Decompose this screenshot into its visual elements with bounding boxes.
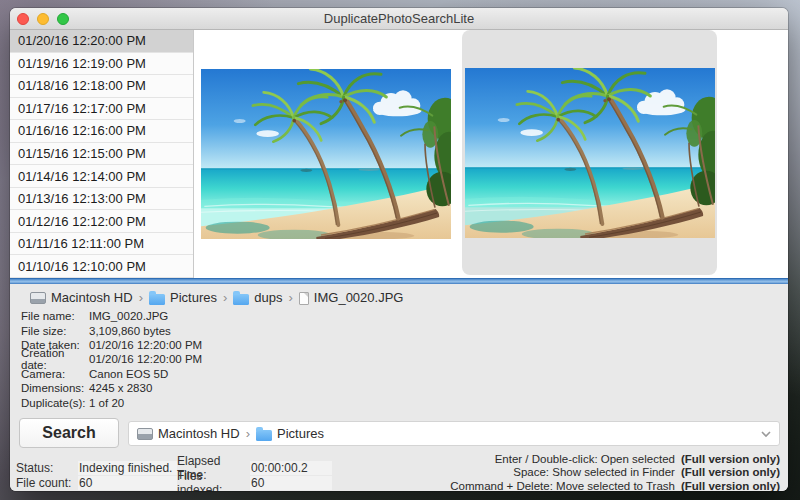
folder-icon [233, 294, 249, 305]
breadcrumb-item-file[interactable]: IMG_0020.JPG [299, 290, 404, 305]
breadcrumb-label: Macintosh HD [51, 290, 133, 305]
list-item-date[interactable]: 01/18/16 12:18:00 PM [10, 75, 193, 98]
shortcut-text: Command + Delete: Move selected to Trash [450, 480, 675, 491]
info-row-creation-date: Creation date: 01/20/16 12:20:00 PM [21, 352, 202, 366]
list-item-date[interactable]: 01/16/16 12:16:00 PM [10, 120, 193, 143]
list-item-date[interactable]: 01/14/16 12:14:00 PM [10, 165, 193, 188]
duplicate-groups-list: 01/20/16 12:20:00 PM 01/19/16 12:19:00 P… [10, 30, 194, 278]
details-pane: Macintosh HD › Pictures › dups › IMG_002… [10, 284, 788, 491]
breadcrumb-label: Pictures [170, 290, 217, 305]
full-version-badge: (Full version only) [681, 466, 780, 478]
status-value: Indexing finished. [78, 461, 177, 475]
list-item-date[interactable]: 01/20/16 12:20:00 PM [10, 30, 193, 53]
shortcut-move-to-trash: Command + Delete: Move selected to Trash… [450, 480, 780, 491]
info-row-dimensions: Dimensions: 4245 x 2830 [21, 381, 202, 395]
info-label: Dimensions: [21, 382, 89, 394]
list-item-date[interactable]: 01/12/16 12:12:00 PM [10, 210, 193, 233]
info-value: 4245 x 2830 [89, 382, 152, 394]
file-info-panel: File name: IMG_0020.JPG File size: 3,109… [21, 309, 202, 410]
info-value: 3,109,860 bytes [89, 325, 171, 337]
shortcut-open: Enter / Double-click: Open selected(Full… [450, 453, 780, 466]
status-panel: Status: Indexing finished. Elapsed Time:… [16, 454, 332, 484]
hard-drive-icon [137, 428, 153, 440]
breadcrumb-separator: › [289, 290, 293, 305]
info-label: Duplicate(s): [21, 397, 89, 409]
keyboard-shortcuts-help: Enter / Double-click: Open selected(Full… [450, 453, 780, 491]
breadcrumb-item-folder[interactable]: dups [233, 290, 282, 305]
duplicate-photo-thumbnail-1[interactable] [201, 69, 451, 239]
info-row-file-size: File size: 3,109,860 bytes [21, 323, 202, 337]
folder-icon [149, 294, 165, 305]
breadcrumb-item-folder[interactable]: Pictures [149, 290, 217, 305]
chevron-down-icon[interactable] [761, 430, 771, 438]
info-label: File size: [21, 325, 89, 337]
path-item-folder[interactable]: Pictures [256, 426, 324, 441]
info-value: 01/20/16 12:20:00 PM [89, 339, 202, 351]
duplicate-photo-thumbnail-2[interactable] [465, 68, 715, 238]
list-item-date[interactable]: 01/13/16 12:13:00 PM [10, 188, 193, 211]
list-item-date[interactable]: 01/19/16 12:19:00 PM [10, 53, 193, 76]
info-row-duplicates: Duplicate(s): 1 of 20 [21, 395, 202, 409]
info-value: 1 of 20 [89, 397, 124, 409]
full-version-badge: (Full version only) [681, 480, 780, 491]
breadcrumb-item-volume[interactable]: Macintosh HD [30, 290, 133, 305]
path-label: Pictures [277, 426, 324, 441]
list-item-date[interactable]: 01/11/16 12:11:00 PM [10, 233, 193, 256]
status-label: File count: [16, 476, 78, 490]
window-title: DuplicatePhotoSearchLite [10, 8, 788, 29]
breadcrumb: Macintosh HD › Pictures › dups › IMG_002… [30, 290, 403, 305]
info-label: Camera: [21, 368, 89, 380]
info-label: File name: [21, 310, 89, 322]
folder-icon [256, 430, 272, 441]
info-row-camera: Camera: Canon EOS 5D [21, 367, 202, 381]
file-icon [299, 292, 309, 305]
breadcrumb-separator: › [139, 290, 143, 305]
shortcut-text: Space: Show selected in Finder [513, 466, 675, 478]
title-bar[interactable]: DuplicatePhotoSearchLite [10, 8, 788, 30]
app-window: DuplicatePhotoSearchLite 01/20/16 12:20:… [10, 8, 788, 491]
list-item-date[interactable]: 01/10/16 12:10:00 PM [10, 255, 193, 278]
info-value: Canon EOS 5D [89, 368, 168, 380]
status-value: 60 [78, 476, 177, 490]
breadcrumb-separator: › [223, 290, 227, 305]
path-item-volume[interactable]: Macintosh HD [137, 426, 240, 441]
search-path-combobox[interactable]: Macintosh HD › Pictures [128, 421, 780, 446]
shortcut-show-in-finder: Space: Show selected in Finder(Full vers… [450, 466, 780, 479]
breadcrumb-label: dups [254, 290, 282, 305]
hard-drive-icon [30, 292, 46, 304]
info-value: 01/20/16 12:20:00 PM [89, 353, 202, 365]
path-separator: › [246, 426, 250, 441]
full-version-badge: (Full version only) [681, 453, 780, 465]
shortcut-text: Enter / Double-click: Open selected [495, 453, 675, 465]
status-label: Status: [16, 461, 78, 475]
search-button[interactable]: Search [19, 418, 119, 448]
list-item-date[interactable]: 01/15/16 12:15:00 PM [10, 143, 193, 166]
status-row-1: Status: Indexing finished. Elapsed Time:… [16, 454, 332, 469]
status-value: 60 [250, 476, 332, 490]
list-item-date[interactable]: 01/17/16 12:17:00 PM [10, 98, 193, 121]
info-value: IMG_0020.JPG [89, 310, 168, 322]
breadcrumb-label: IMG_0020.JPG [314, 290, 404, 305]
duplicate-photos-pane [194, 30, 788, 278]
path-label: Macintosh HD [158, 426, 240, 441]
info-row-file-name: File name: IMG_0020.JPG [21, 309, 202, 323]
status-value: 00:00:00.2 [250, 461, 332, 475]
status-label: Files indexed: [177, 469, 250, 491]
